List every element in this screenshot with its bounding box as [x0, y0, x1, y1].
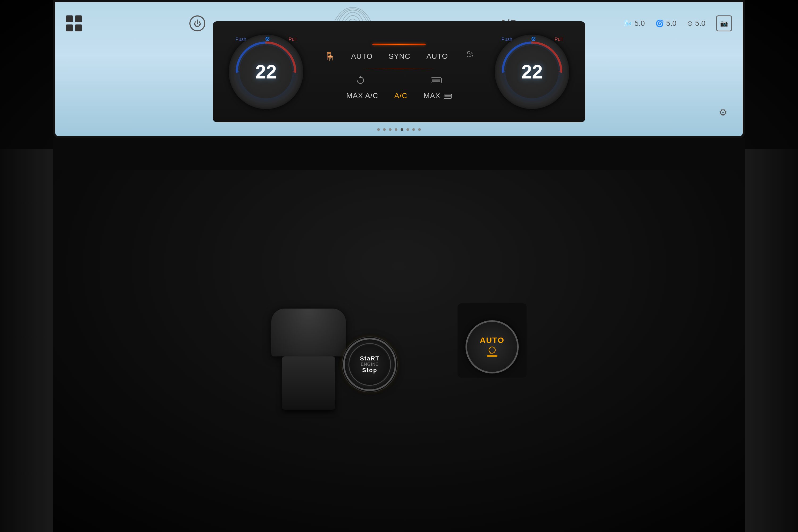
start-stop-button[interactable]: StaRT ENGINE Stop — [343, 338, 396, 391]
left-dial-labels: Push 🌀 Pull — [229, 37, 303, 42]
right-dial-labels: Push 🌀 Pull — [495, 37, 569, 42]
fan-center-group: 🌀 5.0 — [656, 19, 677, 28]
svg-point-17 — [489, 347, 495, 353]
climate-row-3: MAX A/C A/C MAX — [314, 92, 484, 100]
climate-row-2 — [314, 76, 484, 86]
climate-separator — [362, 69, 436, 69]
seat-icon: 🪑 — [324, 51, 335, 61]
gear-knob-body — [282, 357, 335, 410]
screen-bezel-bottom — [53, 138, 745, 170]
sync-btn[interactable]: SYNC — [388, 52, 411, 61]
dot-6[interactable] — [406, 128, 409, 131]
left-temp-value: 22 — [255, 61, 277, 83]
svg-rect-16 — [487, 355, 497, 357]
right-dial-inner: 22 — [506, 45, 558, 98]
dot-4[interactable] — [395, 128, 397, 131]
auto-park-button[interactable]: AUTO — [466, 320, 519, 374]
start-stop-ring — [342, 337, 398, 392]
auto-park-label: AUTO — [480, 336, 504, 345]
dot-3[interactable] — [389, 128, 392, 131]
gear-shift-area — [266, 308, 351, 410]
airflow-icon — [464, 51, 474, 62]
right-temp-value: 22 — [521, 61, 543, 83]
dot-2[interactable] — [383, 128, 386, 131]
left-temp-dial[interactable]: 22 Push 🌀 Pull — [229, 35, 303, 109]
auto-park-panel: AUTO — [457, 303, 527, 378]
right-temp-dial[interactable]: 22 Push 🌀 Pull — [495, 35, 569, 109]
screen-right-icons: 🌬️ 5.0 🌀 5.0 ⊙ 5.0 📷 — [624, 15, 732, 32]
fan-left-group: 🌬️ 5.0 — [624, 19, 645, 28]
dot-7[interactable] — [412, 128, 415, 131]
climate-indicator — [373, 44, 425, 45]
max-ac-btn[interactable]: MAX A/C — [346, 92, 379, 100]
dot-5[interactable] — [401, 128, 403, 131]
max-defrost-btn[interactable]: MAX — [423, 92, 452, 100]
power-icon[interactable]: ⏻ — [189, 15, 205, 32]
settings-icon[interactable]: ⚙ — [719, 107, 732, 120]
climate-center: 🪑 AUTO SYNC AUTO — [303, 44, 495, 100]
recirculate-icon[interactable] — [355, 76, 366, 86]
gear-knob-top[interactable] — [271, 308, 346, 357]
climate-panel: 22 Push 🌀 Pull 🪑 AUTO SYNC AUTO — [213, 21, 585, 122]
park-icon — [486, 345, 499, 358]
grid-icon[interactable] — [66, 15, 82, 32]
left-dial-inner: 22 — [240, 45, 292, 98]
fan-right-group: ⊙ 5.0 — [687, 19, 705, 28]
svg-point-3 — [467, 51, 470, 54]
rear-defrost-icon[interactable] — [430, 76, 443, 86]
right-trim — [745, 149, 798, 532]
camera-icon[interactable]: 📷 — [716, 15, 732, 32]
main-container: ⏻ A/C 🌬️ 5.0 — [0, 0, 798, 532]
auto-left-btn[interactable]: AUTO — [351, 52, 373, 61]
ac-btn[interactable]: A/C — [394, 92, 407, 100]
lower-console: StaRT ENGINE Stop AUTO — [0, 282, 798, 532]
dot-1[interactable] — [377, 128, 380, 131]
dot-8[interactable] — [418, 128, 421, 131]
climate-row-1: 🪑 AUTO SYNC AUTO — [314, 51, 484, 62]
auto-park-container: AUTO — [457, 303, 527, 378]
screen-page-dots — [377, 128, 421, 131]
auto-right-btn[interactable]: AUTO — [426, 52, 448, 61]
left-trim — [0, 149, 53, 532]
svg-marker-4 — [359, 76, 362, 78]
